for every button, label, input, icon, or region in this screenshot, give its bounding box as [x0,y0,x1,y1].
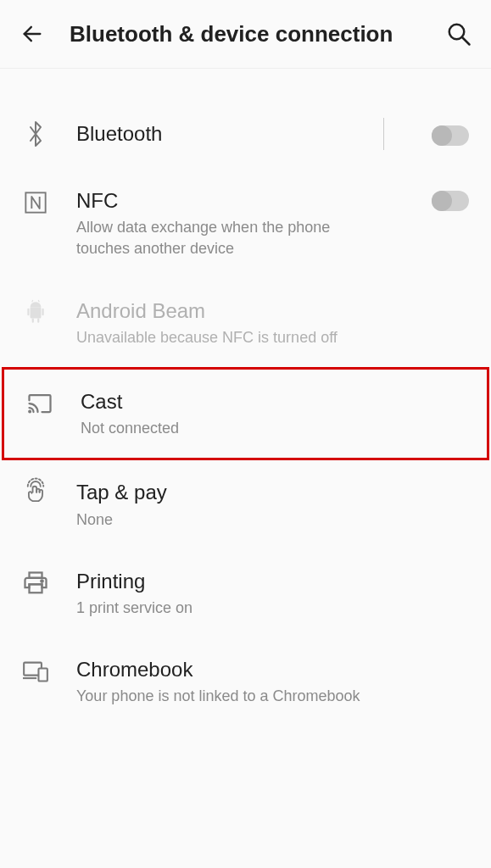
android-icon [22,299,49,326]
cast-title: Cast [81,388,465,415]
svg-rect-7 [32,318,34,322]
svg-rect-13 [30,584,42,593]
search-icon [446,21,471,47]
cast-text: Cast Not connected [81,388,465,439]
chromebook-sub: Your phone is not linked to a Chromebook [76,686,469,707]
devices-icon [22,658,49,685]
bluetooth-toggle[interactable] [432,125,469,146]
settings-list: Bluetooth NFC Allow data exchange when t… [0,69,491,726]
nfc-text: NFC Allow data exchange when the phone t… [76,187,405,260]
search-button[interactable] [445,20,472,47]
svg-rect-6 [42,308,44,315]
svg-rect-4 [31,307,42,318]
printer-icon [22,570,49,597]
chromebook-text: Chromebook Your phone is not linked to a… [76,656,469,707]
svg-line-9 [32,300,33,302]
cast-icon [26,390,53,417]
chromebook-row[interactable]: Chromebook Your phone is not linked to a… [0,637,491,726]
printing-title: Printing [76,568,469,594]
svg-line-10 [38,300,39,302]
beam-sub: Unavailable because NFC is turned off [76,327,469,348]
nfc-sub: Allow data exchange when the phone touch… [76,217,405,259]
nfc-toggle[interactable] [432,191,469,211]
svg-rect-17 [38,669,47,682]
back-button[interactable] [19,20,46,47]
svg-rect-5 [27,308,29,315]
printing-sub: 1 print service on [76,598,469,619]
nfc-icon [22,189,49,216]
cast-row[interactable]: Cast Not connected [2,367,489,460]
tap-pay-icon [22,481,49,508]
divider [383,118,384,150]
android-beam-row: Android Beam Unavailable because NFC is … [0,279,491,367]
svg-line-2 [462,37,470,45]
nfc-row[interactable]: NFC Allow data exchange when the phone t… [0,169,491,279]
bluetooth-row[interactable]: Bluetooth [0,99,491,169]
page-title: Bluetooth & device connection [70,21,421,47]
svg-point-11 [29,410,31,412]
header: Bluetooth & device connection [0,0,491,69]
bluetooth-icon [22,120,49,147]
beam-text: Android Beam Unavailable because NFC is … [76,298,469,348]
bluetooth-text: Bluetooth [76,120,356,147]
cast-sub: Not connected [81,418,465,439]
tappay-text: Tap & pay None [76,479,469,530]
svg-rect-8 [37,318,39,322]
printing-text: Printing 1 print service on [76,568,469,619]
svg-point-14 [41,580,43,582]
tappay-title: Tap & pay [76,479,469,505]
tap-pay-row[interactable]: Tap & pay None [0,460,491,548]
chromebook-title: Chromebook [76,656,469,682]
bluetooth-title: Bluetooth [76,120,356,147]
arrow-left-icon [20,22,44,46]
printing-row[interactable]: Printing 1 print service on [0,549,491,637]
beam-title: Android Beam [76,298,469,324]
tappay-sub: None [76,509,469,531]
nfc-title: NFC [76,187,405,214]
